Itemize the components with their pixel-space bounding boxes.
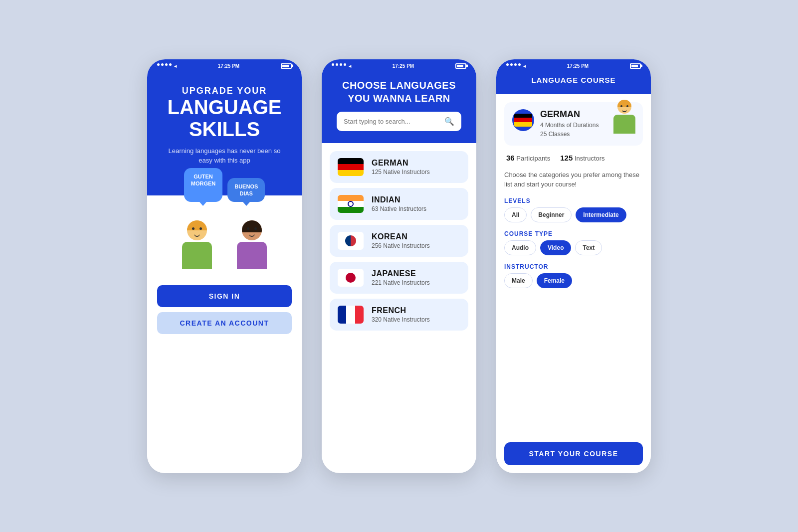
signal-dots: ◂	[157, 63, 177, 69]
japanese-info: JAPANESE 221 Native Instructors	[372, 269, 460, 286]
signal-dots-3: ◂	[506, 63, 526, 69]
battery-1	[281, 63, 292, 69]
list-item[interactable]: GERMAN 125 Native Instructors	[330, 151, 468, 183]
course-type-pills: Audio Video Text	[504, 240, 643, 255]
search-icon: 🔍	[444, 117, 454, 126]
choose-heading: CHOOSE LANGUAGESYOU WANNA LEARN	[337, 79, 461, 105]
instructor-female[interactable]: Female	[537, 273, 572, 288]
instructor-section: INSTRUCTOR Male Female	[504, 261, 643, 288]
german-info: GERMAN 125 Native Instructors	[372, 159, 460, 176]
screen-language-list: ◂ 17:25 PM CHOOSE LANGUAGESYOU WANNA LEA…	[322, 59, 476, 473]
time-2: 17:25 PM	[393, 63, 414, 69]
signal-dots-2: ◂	[332, 63, 351, 69]
course-flag-wrap	[512, 109, 534, 131]
choose-description: Choose the categories you prefer among t…	[504, 170, 643, 189]
levels-label: LEVELS	[504, 197, 643, 204]
status-bar-1: ◂ 17:25 PM	[147, 59, 302, 71]
list-item[interactable]: FRENCH 320 Native Instructors	[330, 299, 468, 331]
stats-row: 36 Participants 125 Instructors	[504, 152, 643, 164]
levels-section: LEVELS All Beginner Intermediate	[504, 195, 643, 222]
create-account-button[interactable]: CREATE AN ACCOUNT	[157, 312, 292, 334]
speech-bubbles: GUTENMORGEN BUENOSDIAS	[147, 168, 302, 202]
list-item[interactable]: INDIAN 63 Native Instructors	[330, 188, 468, 220]
list-item[interactable]: JAPANESE 221 Native Instructors	[330, 262, 468, 294]
korean-flag	[338, 232, 364, 250]
german-flag	[338, 158, 364, 176]
instructors-stat: 125 Instructors	[560, 154, 604, 162]
type-audio[interactable]: Audio	[504, 240, 536, 255]
start-course-button[interactable]: START YOUR COURSE	[504, 442, 643, 465]
bubble-guten: GUTENMORGEN	[184, 168, 223, 202]
title-big: LANGUAGESKILLS	[162, 96, 287, 140]
indian-flag	[338, 195, 364, 213]
course-header: LANGUAGE COURSE	[496, 71, 651, 94]
level-intermediate[interactable]: Intermediate	[576, 207, 626, 222]
list-item[interactable]: KOREAN 256 Native Instructors	[330, 225, 468, 257]
time-1: 17:25 PM	[218, 63, 239, 69]
type-text[interactable]: Text	[575, 240, 602, 255]
french-flag	[338, 306, 364, 324]
levels-pills: All Beginner Intermediate	[504, 207, 643, 222]
welcome-description: Learning languages has never been so eas…	[162, 146, 287, 166]
course-type-section: COURSE TYPE Audio Video Text	[504, 228, 643, 255]
level-all[interactable]: All	[504, 207, 527, 222]
avatar-dark	[229, 220, 274, 275]
course-title: LANGUAGE COURSE	[506, 76, 641, 84]
language-list-header: CHOOSE LANGUAGESYOU WANNA LEARN 🔍	[322, 71, 476, 143]
status-bar-3: ◂ 17:25 PM	[496, 59, 651, 71]
course-card: GERMAN 4 Months of Durations 25 Classes	[504, 102, 643, 146]
french-info: FRENCH 320 Native Instructors	[372, 306, 460, 323]
screen-welcome: ◂ 17:25 PM UPGRADE YOUR LANGUAGESKILLS L…	[147, 59, 302, 473]
course-content: GERMAN 4 Months of Durations 25 Classes	[496, 94, 651, 473]
avatar-blonde	[175, 220, 219, 275]
welcome-bottom: GUTENMORGEN BUENOSDIAS	[147, 195, 302, 473]
language-list: GERMAN 125 Native Instructors INDIAN 63 …	[322, 143, 476, 473]
search-input[interactable]	[344, 118, 440, 125]
screen-course-detail: ◂ 17:25 PM LANGUAGE COURSE GERMAN 4 Mont…	[496, 59, 651, 473]
avatars-group	[175, 220, 274, 275]
signin-button[interactable]: SIGN IN	[157, 285, 292, 307]
battery-3	[630, 63, 641, 69]
instructor-label: INSTRUCTOR	[504, 263, 643, 270]
battery-2	[455, 63, 466, 69]
instructor-male[interactable]: Male	[504, 273, 533, 288]
indian-info: INDIAN 63 Native Instructors	[372, 195, 460, 212]
participants-stat: 36 Participants	[506, 154, 550, 162]
time-3: 17:25 PM	[567, 63, 589, 69]
instructor-avatar	[610, 100, 638, 135]
level-beginner[interactable]: Beginner	[531, 207, 572, 222]
status-bar-2: ◂ 17:25 PM	[322, 59, 476, 71]
title-upgrade: UPGRADE YOUR	[162, 86, 287, 96]
course-type-label: COURSE TYPE	[504, 230, 643, 237]
korean-info: KOREAN 256 Native Instructors	[372, 232, 460, 249]
bubble-buenos: BUENOSDIAS	[227, 178, 265, 202]
type-video[interactable]: Video	[540, 240, 571, 255]
japanese-flag	[338, 269, 364, 287]
search-bar[interactable]: 🔍	[337, 112, 461, 131]
instructor-pills: Male Female	[504, 273, 643, 288]
